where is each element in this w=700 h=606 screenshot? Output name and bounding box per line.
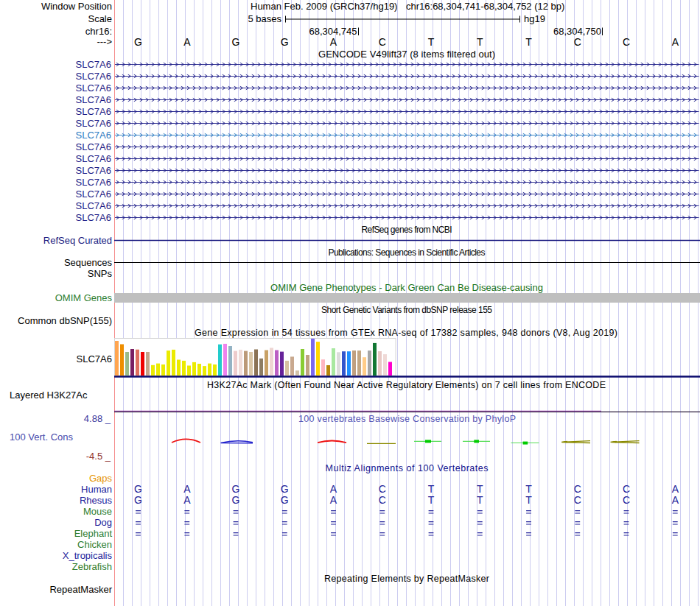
svg-text:A: A <box>672 36 679 48</box>
svg-text:A: A <box>330 36 337 48</box>
svg-text:RepeatMasker: RepeatMasker <box>49 584 112 595</box>
svg-text:GENCODE V49lift37 (8 items fil: GENCODE V49lift37 (8 items filtered out) <box>318 49 495 60</box>
svg-text:SLC7A6: SLC7A6 <box>76 59 111 70</box>
svg-text:-4.5 _: -4.5 _ <box>86 451 111 462</box>
svg-text:Human: Human <box>81 484 112 495</box>
svg-text:68,304,750: 68,304,750 <box>553 26 601 37</box>
svg-text:4.88 _: 4.88 _ <box>84 413 111 424</box>
svg-text:--->: ---> <box>97 36 112 47</box>
svg-text:Layered H3K27Ac: Layered H3K27Ac <box>10 390 88 401</box>
svg-text:T: T <box>525 483 532 495</box>
svg-text:SLC7A6: SLC7A6 <box>76 71 111 82</box>
svg-text:chr16:: chr16: <box>85 26 112 37</box>
svg-text:G: G <box>232 483 240 495</box>
svg-text:T: T <box>477 483 483 495</box>
svg-text:RefSeq Curated: RefSeq Curated <box>43 235 112 246</box>
svg-text:G: G <box>134 494 142 506</box>
svg-text:G: G <box>232 494 240 506</box>
svg-text:SLC7A6: SLC7A6 <box>76 141 111 152</box>
svg-text:Human Feb. 2009 (GRCh37/hg19): Human Feb. 2009 (GRCh37/hg19) <box>251 1 397 12</box>
svg-text:C: C <box>379 483 386 495</box>
svg-text:C: C <box>574 36 581 48</box>
svg-text:T: T <box>525 494 532 506</box>
svg-text:H3K27Ac Mark (Often Found Near: H3K27Ac Mark (Often Found Near Active Re… <box>207 380 606 390</box>
svg-text:C: C <box>574 483 581 495</box>
svg-text:Window Position: Window Position <box>41 1 112 12</box>
svg-text:OMIM Genes: OMIM Genes <box>55 292 113 303</box>
svg-text:A: A <box>672 483 679 495</box>
svg-text:Repeating Elements by RepeatMa: Repeating Elements by RepeatMasker <box>324 574 489 584</box>
svg-text:C: C <box>379 494 386 506</box>
svg-text:A: A <box>183 494 191 506</box>
svg-text:G: G <box>281 494 289 506</box>
svg-text:SNPs: SNPs <box>88 268 113 279</box>
svg-text:Elephant: Elephant <box>74 528 113 539</box>
svg-text:Gene Expression in 54 tissues: Gene Expression in 54 tissues from GTEx … <box>195 328 617 338</box>
svg-text:OMIM Gene Phenotypes - Dark Gr: OMIM Gene Phenotypes - Dark Green Can Be… <box>270 282 543 293</box>
svg-text:T: T <box>525 36 532 48</box>
svg-text:G: G <box>134 36 142 48</box>
svg-text:SLC7A6: SLC7A6 <box>76 106 111 117</box>
svg-text:G: G <box>134 483 142 495</box>
svg-text:T: T <box>477 36 483 48</box>
svg-text:T: T <box>428 483 435 495</box>
svg-text:100 vertebrates Basewise Conse: 100 vertebrates Basewise Conservation by… <box>298 414 516 424</box>
svg-text:C: C <box>623 483 630 495</box>
svg-text:SLC7A6: SLC7A6 <box>76 153 111 164</box>
svg-text:C: C <box>574 494 581 506</box>
svg-text:Gaps: Gaps <box>89 473 113 484</box>
svg-text:G: G <box>281 483 289 495</box>
svg-text:T: T <box>428 494 435 506</box>
svg-text:SLC7A6: SLC7A6 <box>76 118 111 129</box>
svg-text:C: C <box>623 494 630 506</box>
svg-text:A: A <box>183 483 191 495</box>
svg-text:SLC7A6: SLC7A6 <box>76 82 111 94</box>
svg-text:SLC7A6: SLC7A6 <box>76 177 111 188</box>
svg-text:Publications: Sequences in Sci: Publications: Sequences in Scientific Ar… <box>329 247 486 258</box>
svg-text:A: A <box>183 36 191 48</box>
svg-text:SLC7A6: SLC7A6 <box>76 200 111 211</box>
svg-text:Dog: Dog <box>94 517 112 528</box>
svg-text:Multiz Alignments of 100 Verte: Multiz Alignments of 100 Vertebrates <box>326 463 489 473</box>
svg-text:G: G <box>232 36 240 48</box>
svg-text:A: A <box>672 494 679 506</box>
svg-text:68,304,745: 68,304,745 <box>309 26 357 37</box>
svg-text:SLC7A6: SLC7A6 <box>76 165 111 176</box>
svg-text:RefSeq genes from NCBI: RefSeq genes from NCBI <box>362 225 452 235</box>
svg-text:Mouse: Mouse <box>83 506 112 517</box>
svg-text:T: T <box>477 494 483 506</box>
svg-text:Rhesus: Rhesus <box>80 495 113 506</box>
svg-text:C: C <box>379 36 386 48</box>
svg-text:Common dbSNP(155): Common dbSNP(155) <box>18 315 112 326</box>
svg-text:Zebrafish: Zebrafish <box>72 561 112 572</box>
svg-text:Short Genetic Variants from db: Short Genetic Variants from dbSNP releas… <box>321 305 492 315</box>
svg-text:100 Vert. Cons: 100 Vert. Cons <box>10 431 73 443</box>
svg-text:5 bases: 5 bases <box>248 13 281 24</box>
svg-text:SLC7A6: SLC7A6 <box>76 189 111 200</box>
svg-text:C: C <box>623 36 630 48</box>
svg-text:chr16:68,304,741-68,304,752 (1: chr16:68,304,741-68,304,752 (12 bp) <box>406 1 564 12</box>
svg-text:hg19: hg19 <box>524 13 545 24</box>
svg-text:A: A <box>330 483 337 495</box>
svg-text:X_tropicalis: X_tropicalis <box>63 550 113 561</box>
svg-text:Sequences: Sequences <box>64 257 113 268</box>
svg-text:SLC7A6: SLC7A6 <box>76 94 111 105</box>
svg-text:SLC7A6: SLC7A6 <box>76 212 111 223</box>
svg-text:SLC7A6: SLC7A6 <box>76 130 111 141</box>
svg-text:A: A <box>330 494 337 506</box>
svg-text:G: G <box>281 36 289 48</box>
svg-text:T: T <box>428 36 435 48</box>
svg-text:SLC7A6: SLC7A6 <box>77 353 112 364</box>
svg-text:Chicken: Chicken <box>77 539 112 550</box>
svg-text:Scale: Scale <box>88 13 112 24</box>
